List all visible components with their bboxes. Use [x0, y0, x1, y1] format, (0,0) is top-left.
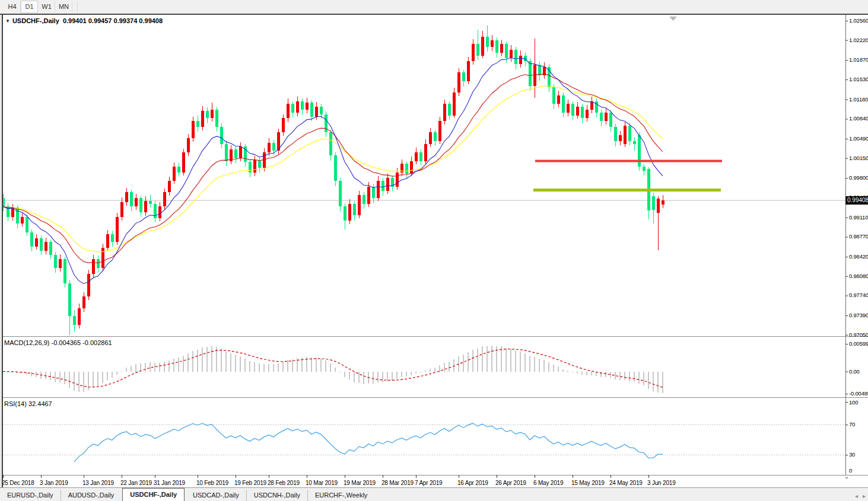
toolbar-separator	[77, 1, 78, 12]
macd-axis-label: 0.005999	[849, 341, 868, 347]
rsi-indicator-label: RSI(14) 32.4467	[4, 400, 52, 407]
chart-tab-usdcnh-daily[interactable]: USDCNH-,Daily	[246, 490, 307, 501]
time-axis-label: 16 Apr 2019	[457, 480, 488, 486]
time-axis-label: 22 Jan 2019	[120, 480, 152, 486]
price-axis-label: 1.00490	[849, 136, 868, 142]
macd-signal-line	[3, 349, 663, 388]
price-axis-label: 1.02560	[849, 18, 868, 24]
time-axis-label: 6 May 2019	[533, 480, 563, 486]
price-axis-label: 1.01530	[849, 76, 868, 82]
macd-indicator-label: MACD(12,26,9) -0.004365 -0.002861	[4, 339, 112, 346]
price-axis-label: 0.97740	[849, 292, 868, 298]
current-price-badge: 0.99408	[845, 196, 868, 205]
chart-tab-usdcad-daily[interactable]: USDCAD-,Daily	[186, 490, 246, 501]
support-line	[533, 189, 721, 192]
price-axis-label: 0.97390	[849, 312, 868, 318]
chart-tab-usdchf-daily[interactable]: USDCHF-,Daily	[122, 488, 185, 501]
time-axis-label: 28 Feb 2019	[268, 480, 300, 486]
time-axis-label: 10 Mar 2019	[306, 480, 338, 486]
candles-layer	[2, 25, 664, 335]
price-axis-label: 0.98770	[849, 234, 868, 240]
time-axis-label: 10 Feb 2019	[196, 480, 228, 486]
price-axis-label: 1.01180	[849, 97, 868, 103]
resistance-line	[535, 160, 722, 162]
chart-tab-bar: EURUSD-,DailyAUDUSD-,DailyUSDCHF-,DailyU…	[0, 487, 868, 501]
rsi-axis-label: 100	[849, 400, 858, 406]
price-axis-label: 1.00150	[849, 155, 868, 161]
tab-scroll-controls: ◂ ▸	[855, 493, 866, 499]
time-axis-label: 31 Jan 2019	[154, 480, 185, 486]
price-axis-label: 0.98420	[849, 254, 868, 260]
time-axis-label: 3 Jan 2019	[40, 480, 68, 486]
tab-scroll-right-icon[interactable]: ▸	[863, 493, 866, 499]
time-axis-label: 3 Jun 2019	[647, 480, 676, 486]
period-toolbar: H4D1W1MN	[0, 0, 868, 14]
chevron-down-icon: ▼	[5, 18, 10, 24]
time-axis-label: 25 Dec 2018	[2, 480, 34, 486]
rsi-line	[74, 423, 663, 462]
macd-axis-label: -0.004858	[849, 391, 868, 397]
time-axis-label: 7 Apr 2019	[415, 480, 442, 486]
time-axis-label: 19 Feb 2019	[234, 480, 266, 486]
chart-title: ▼USDCHF-,Daily 0.99401 0.99457 0.99374 0…	[5, 17, 163, 24]
chart-tab-eurusd-daily[interactable]: EURUSD-,Daily	[0, 490, 61, 501]
shift-marker-icon	[669, 17, 677, 21]
price-axis-label: 0.98080	[849, 273, 868, 279]
chart-symbol-label: USDCHF-,Daily	[12, 17, 59, 24]
period-button-mn[interactable]: MN	[55, 1, 72, 13]
price-axis-label: 1.02220	[849, 37, 868, 43]
macd-values: -0.004365 -0.002861	[51, 339, 112, 346]
period-button-h4[interactable]: H4	[4, 1, 21, 13]
rsi-axis-label: 0	[849, 468, 852, 474]
rsi-axis-label: 30	[849, 452, 855, 458]
period-button-d1[interactable]: D1	[21, 1, 38, 13]
time-axis-label: 28 Mar 2019	[381, 480, 414, 486]
chart-tab-eurchf-weekly[interactable]: EURCHF-,Weekly	[307, 490, 374, 501]
period-button-w1[interactable]: W1	[38, 1, 55, 13]
rsi-value: 32.4467	[28, 400, 52, 407]
rsi-axis-label: 70	[849, 422, 855, 427]
price-axis-label: 0.99800	[849, 175, 868, 181]
chart-tabs: EURUSD-,DailyAUDUSD-,DailyUSDCHF-,DailyU…	[0, 488, 374, 501]
chart-canvas[interactable]	[0, 15, 868, 489]
price-axis-label: 0.99110	[849, 215, 868, 221]
tab-scroll-left-icon[interactable]: ◂	[855, 493, 858, 499]
time-axis-label: 24 May 2019	[609, 480, 643, 486]
price-axis-label: 1.01870	[849, 57, 868, 63]
chart-tab-audusd-daily[interactable]: AUDUSD-,Daily	[61, 490, 122, 501]
time-axis-label: 15 May 2019	[571, 480, 605, 486]
chart-ohlc-values: 0.99401 0.99457 0.99374 0.99408	[63, 17, 163, 24]
time-axis-label: 13 Jan 2019	[82, 480, 114, 486]
chart-window[interactable]: ▼USDCHF-,Daily 0.99401 0.99457 0.99374 0…	[0, 14, 868, 487]
price-axis-label: 1.00840	[849, 116, 868, 122]
time-axis-label: 19 Mar 2019	[344, 480, 376, 486]
time-axis-label: 26 Apr 2019	[495, 480, 526, 486]
price-axis-label: 0.97050	[849, 332, 868, 338]
macd-axis-label: 0.00	[849, 369, 860, 375]
